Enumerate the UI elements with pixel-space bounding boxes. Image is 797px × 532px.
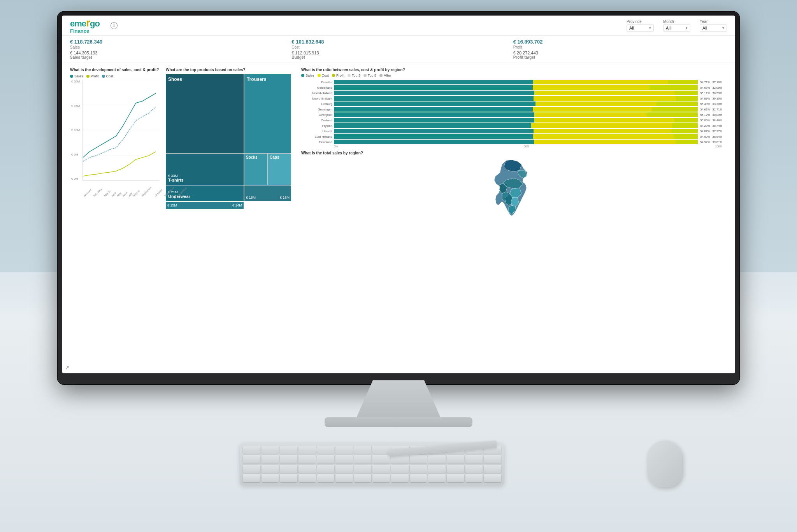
sales-bar [334, 129, 534, 133]
keyboard-key[interactable] [354, 455, 372, 463]
treemap-14m: € 14M [232, 203, 242, 207]
cost-pct: 38.46% [713, 119, 722, 122]
region-label: Gelderland [301, 86, 332, 89]
kpi-cost-target-label: Budget [291, 55, 505, 60]
keyboard-key[interactable] [410, 465, 427, 473]
legend-cost-dot-bar [318, 74, 321, 77]
cost-pct: 37.97% [713, 130, 722, 133]
keyboard-key[interactable] [335, 465, 353, 473]
keyboard-key[interactable] [280, 474, 297, 482]
monitor-bezel: Power BI 👤 Shared with me > Finance 🔒 LB… [58, 12, 739, 384]
treemap-title: What are the top products based on sales… [166, 68, 290, 72]
report-canvas: emergo Finance ℹ Province All [62, 42, 735, 373]
keyboard-key[interactable] [298, 474, 316, 482]
keyboard-key[interactable] [335, 446, 353, 454]
keyboard-key[interactable] [428, 455, 446, 463]
keyboard-key[interactable] [298, 455, 316, 463]
keyboard-key[interactable] [317, 465, 335, 473]
keyboard-key[interactable] [484, 465, 501, 473]
keyboard-key[interactable] [372, 465, 390, 473]
keyboard-key[interactable] [447, 465, 464, 473]
keyboard-keys: // Inline script to generate keyboard ke… [243, 446, 501, 482]
keyboard-key[interactable] [465, 455, 483, 463]
keyboard-key[interactable] [484, 474, 501, 482]
keyboard-key[interactable] [243, 446, 260, 454]
keyboard-key[interactable] [243, 455, 260, 463]
kpi-sales-label: Sales [70, 45, 284, 49]
keyboard-key[interactable] [354, 446, 372, 454]
sales-pct: 54.87% [700, 130, 710, 133]
keyboard-key[interactable] [391, 465, 409, 473]
kpi-cost-label: Cost [291, 45, 505, 49]
region-label: Zeeland [301, 119, 332, 122]
keyboard-key[interactable] [372, 455, 390, 463]
keyboard-key[interactable] [354, 474, 372, 482]
bar-chart-title: What is the ratio between sales, cost & … [301, 68, 722, 72]
cost-bar [534, 129, 672, 133]
bar-segments [334, 134, 698, 139]
line-chart: € 20M € 15M € 10M € 5M € 0M [83, 80, 160, 181]
bar-segments [334, 102, 698, 106]
legend-profit-bar: Profit [332, 74, 344, 77]
keyboard-key[interactable] [484, 455, 501, 463]
line-chart-svg [83, 80, 160, 180]
y-axis-labels: € 20M € 15M € 10M € 5M € 0M [71, 80, 80, 180]
table-row: Utrecht 54.87% 37.97% [301, 129, 722, 133]
cost-pct: 38.64% [713, 135, 722, 138]
profit-bar [676, 140, 698, 144]
keyboard-key[interactable] [465, 474, 483, 482]
bar-segments [334, 91, 698, 95]
sales-bar [334, 123, 531, 128]
legend-sales-bar: Sales [301, 74, 314, 77]
keyboard-key[interactable] [243, 474, 260, 482]
keyboard-key[interactable] [280, 446, 297, 454]
keyboard-key[interactable] [372, 474, 390, 482]
keyboard-key[interactable] [465, 465, 483, 473]
keyboard-key[interactable] [428, 465, 446, 473]
treemap-33m: € 33M [168, 174, 241, 178]
keyboard-key[interactable] [262, 474, 279, 482]
table-row: Flevoland 54.92% 39.01% [301, 140, 722, 144]
cost-pct: 33.30% [713, 102, 722, 106]
cost-pct: 38.59% [713, 91, 722, 95]
kpi-sales: € 118.726.349 Sales € 144.305.133 Sales … [70, 42, 284, 60]
keyboard-key[interactable] [317, 474, 335, 482]
line-chart-section: What is the development of sales, cost &… [70, 68, 160, 219]
kpi-sales-target-label: Sales target [70, 55, 284, 60]
keyboard-key[interactable] [262, 446, 279, 454]
keyboard-key[interactable] [391, 474, 409, 482]
table-row: Limburg 55.40% 33.30% [301, 102, 722, 106]
keyboard-key[interactable] [447, 474, 464, 482]
keyboard-key[interactable] [335, 474, 353, 482]
keyboard-key[interactable] [262, 455, 279, 463]
keyboard-key[interactable] [280, 465, 297, 473]
keyboard-key[interactable] [354, 465, 372, 473]
expand-icon[interactable]: ↗ [65, 365, 69, 370]
sales-pct: 54.66% [700, 86, 710, 89]
keyboard-key[interactable] [262, 465, 279, 473]
keyboard-key[interactable] [298, 446, 316, 454]
treemap-caps: Caps [268, 154, 291, 185]
keyboard-key[interactable] [428, 474, 446, 482]
keyboard-key[interactable] [298, 465, 316, 473]
keyboard-key[interactable] [447, 455, 464, 463]
table-row: Groningen 54.61% 32.71% [301, 107, 722, 112]
map-svg [485, 157, 539, 219]
treemap: Shoes Trousers € 33M T-shi [166, 74, 290, 199]
keyboard-key[interactable] [317, 446, 335, 454]
keyboard-key[interactable] [317, 455, 335, 463]
keyboard-key[interactable] [280, 455, 297, 463]
sales-pct: 54.71% [700, 80, 710, 84]
keyboard-key[interactable] [243, 465, 260, 473]
treemap-trousers: Trousers [244, 74, 291, 153]
region-label: Fryslan [301, 124, 332, 128]
sales-pct: 55.11% [700, 91, 710, 95]
line-chart-legend: Sales Profit Cost [70, 74, 160, 78]
keyboard-key[interactable] [410, 474, 427, 482]
mouse[interactable] [647, 441, 682, 487]
keyboard-key[interactable] [335, 455, 353, 463]
legend-cost-label: Cost [106, 74, 114, 78]
legend-top3: Top 3 [348, 74, 360, 77]
keyboard-key[interactable] [410, 455, 427, 463]
treemap-tshirts-label: T-shirts [168, 178, 241, 182]
